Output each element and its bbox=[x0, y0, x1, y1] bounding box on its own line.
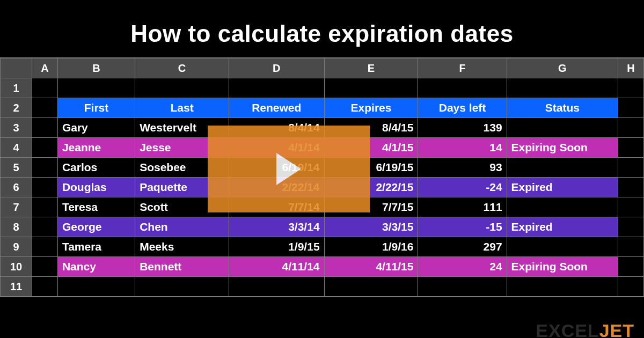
row-header: 4 bbox=[1, 138, 32, 158]
cell-days_left: 24 bbox=[418, 257, 507, 277]
row-header: 8 bbox=[1, 217, 32, 237]
cell-days_left: -15 bbox=[418, 217, 507, 237]
cell-days_left: -24 bbox=[418, 178, 507, 197]
col-header: A bbox=[32, 58, 58, 78]
cell-first: Nancy bbox=[57, 257, 135, 277]
cell-status bbox=[507, 237, 618, 257]
cell-last: Meeks bbox=[135, 237, 229, 257]
cell-renewed: 1/9/15 bbox=[229, 237, 324, 257]
row-header: 3 bbox=[1, 118, 32, 138]
col-header: F bbox=[418, 58, 507, 78]
cell-last: Bennett bbox=[135, 257, 229, 277]
header-last: Last bbox=[135, 98, 229, 118]
video-overlay[interactable] bbox=[208, 126, 370, 212]
col-header: G bbox=[507, 58, 618, 78]
cell-status: Expired bbox=[507, 178, 618, 197]
cell-status: Expired bbox=[507, 217, 618, 237]
cell-first: Carlos bbox=[57, 158, 135, 178]
play-icon bbox=[276, 153, 301, 185]
cell-status: Expiring Soon bbox=[507, 138, 618, 158]
cell-first: Tamera bbox=[57, 237, 135, 257]
logo-text: EXCEL bbox=[536, 320, 599, 338]
cell-renewed: 4/11/14 bbox=[229, 257, 324, 277]
row-header: 10 bbox=[1, 257, 32, 277]
cell-first: Teresa bbox=[57, 197, 135, 217]
table-row: 10NancyBennett4/11/144/11/1524Expiring S… bbox=[1, 257, 644, 277]
row-header: 11 bbox=[1, 277, 32, 297]
header-renewed: Renewed bbox=[229, 98, 324, 118]
cell-days_left: 297 bbox=[418, 237, 507, 257]
row-header: 2 bbox=[1, 98, 32, 118]
cell-last: Chen bbox=[135, 217, 229, 237]
cell-expires: 3/3/15 bbox=[324, 217, 418, 237]
column-header-row: A B C D E F G H bbox=[1, 58, 644, 78]
cell-days_left: 139 bbox=[418, 118, 507, 138]
col-header: B bbox=[57, 58, 135, 78]
table-row: 1 bbox=[1, 78, 644, 98]
cell-first: Gary bbox=[57, 118, 135, 138]
header-expires: Expires bbox=[324, 98, 418, 118]
cell-days_left: 14 bbox=[418, 138, 507, 158]
col-header: C bbox=[135, 58, 229, 78]
table-row: 8GeorgeChen3/3/143/3/15-15Expired bbox=[1, 217, 644, 237]
corner-cell bbox=[1, 58, 32, 78]
row-header: 1 bbox=[1, 78, 32, 98]
table-row: 9TameraMeeks1/9/151/9/16297 bbox=[1, 237, 644, 257]
brand-logo: EXCELJET bbox=[536, 320, 634, 338]
row-header: 9 bbox=[1, 237, 32, 257]
cell-first: Douglas bbox=[57, 178, 135, 197]
logo-text: JET bbox=[599, 320, 634, 338]
cell-renewed: 3/3/14 bbox=[229, 217, 324, 237]
cell-first: George bbox=[57, 217, 135, 237]
cell-days_left: 93 bbox=[418, 158, 507, 178]
header-days-left: Days left bbox=[418, 98, 507, 118]
cell-expires: 4/11/15 bbox=[324, 257, 418, 277]
cell-status: Expiring Soon bbox=[507, 257, 618, 277]
col-header: E bbox=[324, 58, 418, 78]
table-row: 11 bbox=[1, 277, 644, 297]
page-title: How to calculate expiration dates bbox=[0, 0, 644, 58]
cell-status bbox=[507, 197, 618, 217]
cell-expires: 1/9/16 bbox=[324, 237, 418, 257]
row-header: 6 bbox=[1, 178, 32, 197]
row-header: 5 bbox=[1, 158, 32, 178]
col-header: H bbox=[618, 58, 644, 78]
table-row: 2 First Last Renewed Expires Days left S… bbox=[1, 98, 644, 118]
header-status: Status bbox=[507, 98, 618, 118]
cell-first: Jeanne bbox=[57, 138, 135, 158]
row-header: 7 bbox=[1, 197, 32, 217]
cell-status bbox=[507, 118, 618, 138]
cell-days_left: 111 bbox=[418, 197, 507, 217]
col-header: D bbox=[229, 58, 324, 78]
header-first: First bbox=[57, 98, 135, 118]
cell-status bbox=[507, 158, 618, 178]
